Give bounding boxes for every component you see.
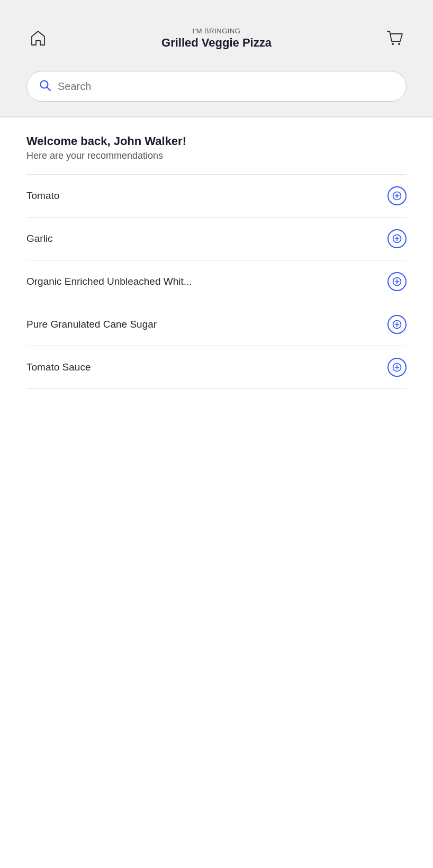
search-area: [0, 62, 433, 116]
add-item-button[interactable]: [387, 272, 407, 291]
header-center: I'M BRINGING Grilled Veggie Pizza: [50, 27, 383, 50]
header-title: Grilled Veggie Pizza: [50, 36, 383, 50]
cart-button[interactable]: [383, 26, 407, 50]
list-item[interactable]: Tomato: [26, 174, 407, 218]
header-subtitle: I'M BRINGING: [50, 27, 383, 35]
item-name: Tomato: [26, 190, 59, 202]
svg-point-0: [392, 43, 394, 45]
item-name: Organic Enriched Unbleached Whit...: [26, 276, 192, 287]
item-name: Garlic: [26, 233, 53, 245]
add-item-button[interactable]: [387, 229, 407, 248]
svg-point-1: [398, 43, 400, 45]
item-list: Tomato Garlic Organic Enriched Unbleache…: [26, 174, 407, 389]
main-content: Welcome back, John Walker! Here are your…: [0, 117, 433, 389]
list-item[interactable]: Garlic: [26, 218, 407, 260]
item-name: Pure Granulated Cane Sugar: [26, 319, 157, 330]
home-button[interactable]: [26, 26, 50, 50]
welcome-subtitle: Here are your recommendations: [26, 150, 407, 161]
list-item[interactable]: Organic Enriched Unbleached Whit...: [26, 260, 407, 303]
add-item-button[interactable]: [387, 315, 407, 334]
add-item-button[interactable]: [387, 186, 407, 205]
header: I'M BRINGING Grilled Veggie Pizza: [0, 0, 433, 62]
list-item[interactable]: Pure Granulated Cane Sugar: [26, 303, 407, 346]
welcome-message: Welcome back, John Walker! Here are your…: [26, 134, 407, 161]
list-item[interactable]: Tomato Sauce: [26, 346, 407, 389]
search-bar[interactable]: [26, 71, 407, 102]
welcome-title: Welcome back, John Walker!: [26, 134, 407, 148]
item-name: Tomato Sauce: [26, 361, 91, 373]
search-input[interactable]: [58, 80, 394, 93]
add-item-button[interactable]: [387, 358, 407, 377]
search-icon: [39, 79, 51, 94]
svg-line-3: [47, 87, 50, 91]
